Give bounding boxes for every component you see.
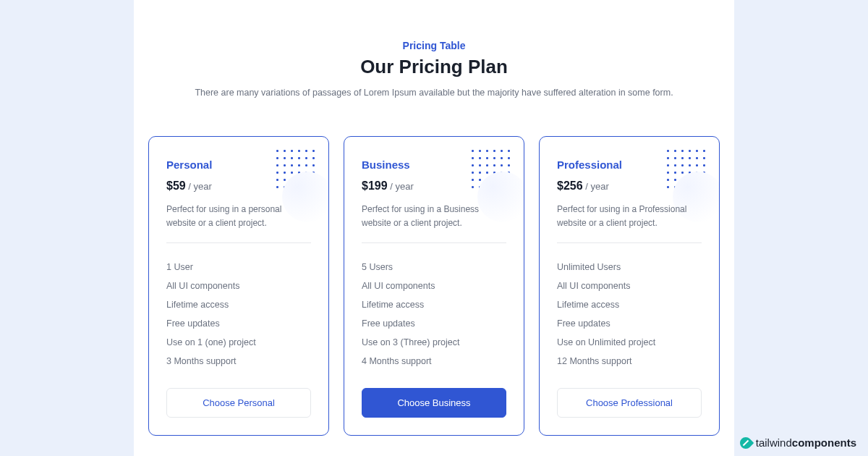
card-content: Professional$256 / yearPerfect for using… [557, 159, 702, 418]
pricing-page: Pricing Table Our Pricing Plan There are… [134, 0, 734, 456]
feature-item: Free updates [557, 314, 702, 333]
plan-name: Professional [557, 159, 702, 171]
choose-business-button[interactable]: Choose Business [362, 388, 506, 418]
price-row: $59 / year [166, 180, 311, 193]
feature-item: Lifetime access [362, 295, 506, 314]
period: / year [583, 181, 609, 192]
header: Pricing Table Our Pricing Plan There are… [148, 40, 720, 100]
brand-text-bold: components [792, 436, 856, 449]
divider [166, 242, 311, 243]
divider [362, 242, 506, 243]
leaf-icon [737, 434, 754, 451]
eyebrow: Pricing Table [148, 40, 720, 51]
feature-item: Unlimited Users [557, 258, 702, 276]
period: / year [388, 181, 414, 192]
price: $59 [166, 180, 186, 192]
feature-list: 1 UserAll UI componentsLifetime accessFr… [166, 258, 311, 371]
feature-item: Free updates [166, 314, 311, 333]
period: / year [186, 181, 212, 192]
pricing-card-professional: Professional$256 / yearPerfect for using… [539, 136, 720, 436]
divider [557, 242, 702, 243]
page-subtitle: There are many variations of passages of… [148, 85, 720, 100]
feature-item: Use on 1 (one) project [166, 333, 311, 352]
card-content: Business$199 / yearPerfect for using in … [362, 159, 506, 418]
choose-personal-button[interactable]: Choose Personal [166, 388, 311, 418]
plan-description: Perfect for using in a Business website … [362, 203, 506, 229]
price-row: $256 / year [557, 180, 702, 193]
pricing-cards: Personal$59 / yearPerfect for using in a… [148, 136, 720, 436]
price-row: $199 / year [362, 180, 506, 193]
price: $199 [362, 180, 388, 192]
plan-name: Business [362, 159, 506, 171]
price: $256 [557, 180, 583, 192]
feature-item: Lifetime access [166, 295, 311, 314]
pricing-card-business: Business$199 / yearPerfect for using in … [344, 136, 524, 436]
pricing-card-personal: Personal$59 / yearPerfect for using in a… [148, 136, 329, 436]
feature-item: Use on Unlimited project [557, 333, 702, 352]
feature-item: 4 Months support [362, 352, 506, 371]
feature-item: 12 Months support [557, 352, 702, 371]
plan-description: Perfect for using in a personal website … [166, 203, 311, 229]
choose-professional-button[interactable]: Choose Professional [557, 388, 702, 418]
plan-description: Perfect for using in a Professional webs… [557, 203, 702, 229]
brand-text-light: tailwind [756, 436, 792, 449]
feature-item: All UI components [166, 276, 311, 295]
feature-item: All UI components [362, 276, 506, 295]
feature-item: Free updates [362, 314, 506, 333]
feature-list: 5 UsersAll UI componentsLifetime accessF… [362, 258, 506, 371]
card-content: Personal$59 / yearPerfect for using in a… [166, 159, 311, 418]
feature-item: 3 Months support [166, 352, 311, 371]
feature-item: Lifetime access [557, 295, 702, 314]
feature-list: Unlimited UsersAll UI componentsLifetime… [557, 258, 702, 371]
feature-item: Use on 3 (Three) project [362, 333, 506, 352]
feature-item: 1 User [166, 258, 311, 276]
page-title: Our Pricing Plan [148, 56, 720, 78]
feature-item: 5 Users [362, 258, 506, 276]
feature-item: All UI components [557, 276, 702, 295]
brand-badge: tailwindcomponents [740, 436, 856, 449]
plan-name: Personal [166, 159, 311, 171]
